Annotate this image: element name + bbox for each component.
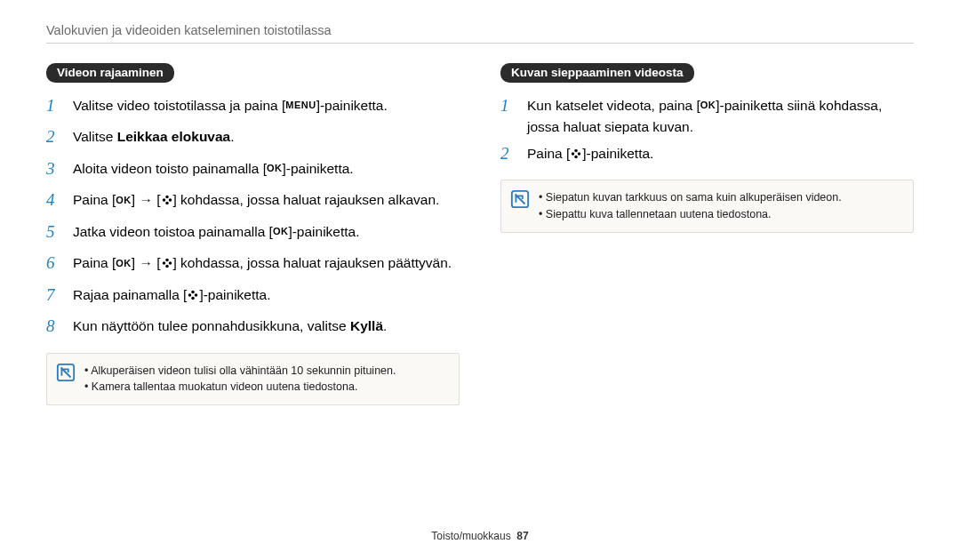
svg-point-17 — [575, 156, 579, 159]
step-text: Jatka videon toistoa painamalla [OK]-pai… — [73, 221, 460, 243]
step-1: 1 Valitse video toistotilassa ja paina [… — [46, 95, 460, 121]
step-2: 2 Paina []-painiketta. — [500, 143, 914, 169]
step-1: 1 Kun katselet videota, paina [OK]-paini… — [500, 95, 914, 138]
step-7: 7 Rajaa painamalla []-painiketta. — [46, 284, 460, 310]
step-number: 6 — [46, 250, 68, 276]
note-list-right: Siepatun kuvan tarkkuus on sama kuin alk… — [539, 189, 842, 223]
svg-point-7 — [162, 261, 165, 265]
page: Valokuvien ja videoiden katseleminen toi… — [0, 0, 960, 560]
svg-point-9 — [165, 262, 168, 265]
note-icon — [56, 363, 76, 382]
svg-point-11 — [192, 296, 196, 300]
ok-icon: OK — [116, 257, 132, 270]
svg-point-16 — [575, 149, 579, 153]
step-5: 5 Jatka videon toistoa painamalla [OK]-p… — [46, 221, 460, 247]
page-number: 87 — [516, 530, 528, 542]
step-number: 5 — [46, 219, 68, 244]
ok-icon: OK — [267, 162, 283, 175]
step-text: Paina [OK] → [] kohdassa, jossa haluat r… — [73, 252, 460, 274]
step-number: 8 — [46, 313, 68, 339]
section-label-right: Kuvan sieppaaminen videosta — [500, 63, 694, 83]
section-label-left: Videon rajaaminen — [46, 63, 174, 83]
step-text: Kun näyttöön tulee ponnahdusikkuna, vali… — [73, 316, 460, 337]
flower-icon — [161, 257, 173, 270]
flower-icon — [161, 194, 173, 207]
svg-point-20 — [575, 153, 578, 156]
step-4: 4 Paina [OK] → [] kohdassa, jossa haluat… — [46, 189, 460, 215]
svg-point-8 — [168, 261, 172, 265]
note-item: Siepatun kuvan tarkkuus on sama kuin alk… — [539, 189, 842, 206]
page-footer: Toisto/muokkaus 87 — [46, 530, 914, 542]
svg-point-13 — [195, 293, 198, 297]
right-column: Kuvan sieppaaminen videosta 1 Kun katsel… — [500, 63, 914, 405]
note-item: Kamera tallentaa muokatun videon uutena … — [84, 379, 396, 396]
flower-icon — [570, 147, 582, 160]
step-number: 2 — [500, 140, 522, 166]
svg-point-3 — [168, 198, 172, 202]
content-columns: Videon rajaaminen 1 Valitse video toisto… — [46, 63, 914, 405]
svg-point-5 — [165, 259, 169, 262]
step-3: 3 Aloita videon toisto painamalla [OK]-p… — [46, 158, 460, 184]
step-number: 7 — [46, 282, 68, 308]
note-item: Siepattu kuva tallennetaan uutena tiedos… — [539, 206, 842, 223]
flower-icon — [187, 288, 199, 301]
svg-point-0 — [165, 196, 169, 199]
step-2: 2 Valitse Leikkaa elokuvaa. — [46, 126, 460, 152]
note-box-right: Siepatun kuvan tarkkuus on sama kuin alk… — [500, 180, 914, 233]
svg-point-1 — [165, 202, 169, 205]
step-8: 8 Kun näyttöön tulee ponnahdusikkuna, va… — [46, 316, 460, 341]
note-icon — [510, 189, 530, 209]
step-text: Valitse Leikkaa elokuvaa. — [73, 126, 460, 148]
step-number: 3 — [46, 156, 68, 181]
step-text: Rajaa painamalla []-painiketta. — [73, 284, 460, 306]
step-6: 6 Paina [OK] → [] kohdassa, jossa haluat… — [46, 252, 460, 278]
step-text: Valitse video toistotilassa ja paina [ME… — [73, 95, 460, 116]
left-column: Videon rajaaminen 1 Valitse video toisto… — [46, 63, 460, 405]
note-item: Alkuperäisen videon tulisi olla vähintää… — [84, 363, 396, 380]
footer-section: Toisto/muokkaus — [431, 530, 510, 542]
ok-icon: OK — [116, 194, 132, 207]
svg-point-10 — [192, 290, 196, 293]
step-number: 1 — [46, 92, 68, 118]
svg-point-2 — [162, 198, 165, 202]
step-number: 1 — [500, 92, 522, 118]
svg-point-4 — [165, 199, 168, 202]
svg-point-18 — [572, 152, 575, 156]
step-number: 2 — [46, 124, 68, 149]
note-list-left: Alkuperäisen videon tulisi olla vähintää… — [84, 363, 396, 396]
note-box-left: Alkuperäisen videon tulisi olla vähintää… — [46, 353, 460, 406]
step-text: Aloita videon toisto painamalla [OK]-pai… — [73, 158, 460, 180]
step-text: Paina []-painiketta. — [527, 143, 914, 164]
breadcrumb-header: Valokuvien ja videoiden katseleminen toi… — [46, 23, 914, 44]
menu-icon: MENU — [285, 99, 316, 112]
step-number: 4 — [46, 187, 68, 212]
ok-icon: OK — [273, 225, 289, 238]
svg-point-14 — [192, 293, 195, 296]
ok-icon: OK — [700, 99, 716, 112]
svg-point-12 — [188, 293, 192, 297]
right-steps: 1 Kun katselet videota, paina [OK]-paini… — [500, 95, 914, 169]
svg-point-19 — [578, 152, 581, 156]
left-steps: 1 Valitse video toistotilassa ja paina [… — [46, 95, 460, 342]
step-text: Kun katselet videota, paina [OK]-painike… — [527, 95, 914, 138]
step-text: Paina [OK] → [] kohdassa, jossa haluat r… — [73, 189, 460, 211]
svg-point-6 — [165, 265, 169, 268]
